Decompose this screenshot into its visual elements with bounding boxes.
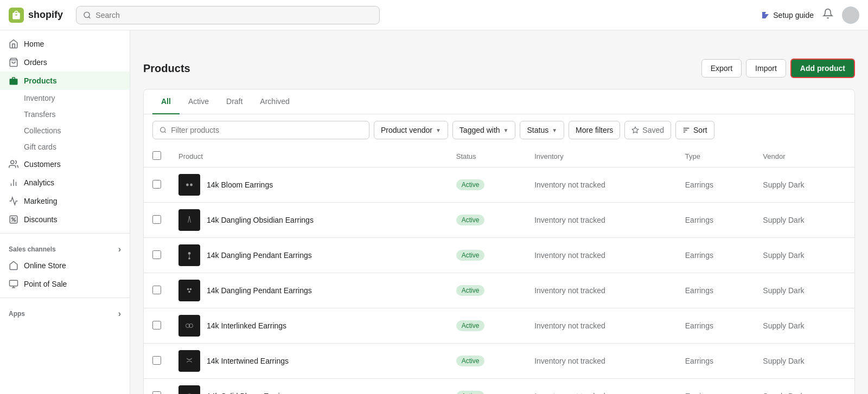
- row-type-cell: Earrings: [676, 344, 755, 379]
- table-row[interactable]: 14k Dangling Pendant Earrings Active Inv…: [144, 273, 854, 308]
- search-bar[interactable]: [76, 6, 380, 24]
- product-thumbnail: [178, 350, 200, 372]
- row-vendor-cell: Supply Dark: [754, 167, 854, 203]
- sidebar-item-point-of-sale[interactable]: Point of Sale: [0, 275, 130, 293]
- svg-line-8: [11, 217, 16, 222]
- sidebar-item-inventory[interactable]: Inventory: [24, 90, 130, 106]
- row-status-cell: Active: [448, 238, 526, 273]
- more-filters-button[interactable]: More filters: [569, 121, 620, 139]
- product-vendor-filter[interactable]: Product vendor ▼: [374, 121, 448, 139]
- tab-active[interactable]: Active: [180, 89, 218, 114]
- saved-button[interactable]: Saved: [624, 121, 671, 139]
- row-product-cell: 14k Interlinked Earrings: [170, 308, 448, 344]
- row-product-cell: 14k Dangling Pendant Earrings: [170, 238, 448, 273]
- sidebar-item-marketing[interactable]: Marketing: [0, 192, 130, 210]
- sidebar-item-orders[interactable]: Orders: [0, 53, 130, 72]
- row-checkbox[interactable]: [152, 180, 161, 189]
- tab-archived[interactable]: Archived: [251, 89, 298, 114]
- row-checkbox-cell: [144, 273, 170, 308]
- discounts-icon: [9, 215, 18, 224]
- products-table: Product Status Inventory Type Vendor: [144, 146, 854, 394]
- logo[interactable]: shopify: [9, 8, 63, 23]
- row-checkbox[interactable]: [152, 250, 161, 259]
- setup-guide-button[interactable]: Setup guide: [761, 11, 814, 20]
- filter-search-input[interactable]: [171, 126, 362, 134]
- row-checkbox[interactable]: [152, 286, 161, 294]
- row-status-cell: Active: [448, 344, 526, 379]
- product-thumb-svg: [183, 178, 196, 191]
- product-thumb-svg: [183, 319, 196, 332]
- tab-all[interactable]: All: [152, 89, 180, 114]
- row-checkbox[interactable]: [152, 391, 161, 395]
- svg-point-13: [161, 127, 165, 132]
- topbar-right: Setup guide: [761, 7, 859, 24]
- sidebar-item-customers[interactable]: Customers: [0, 155, 130, 173]
- svg-point-27: [188, 291, 190, 293]
- table-row[interactable]: 14k Intertwined Earrings Active Inventor…: [144, 344, 854, 379]
- header-product: Product: [170, 146, 448, 167]
- sidebar-item-gift-cards[interactable]: Gift cards: [24, 139, 130, 155]
- notifications-button[interactable]: [822, 8, 833, 22]
- sidebar-item-products[interactable]: Products: [0, 72, 130, 90]
- tagged-with-label: Tagged with: [459, 126, 500, 134]
- product-thumbnail: [178, 280, 200, 301]
- svg-point-25: [187, 288, 189, 290]
- sort-button[interactable]: Sort: [675, 121, 714, 139]
- products-icon: [9, 76, 18, 86]
- tagged-with-filter[interactable]: Tagged with ▼: [452, 121, 516, 139]
- product-name: 14k Bloom Earrings: [207, 180, 273, 189]
- product-vendor-caret: ▼: [436, 127, 441, 133]
- apps-chevron-icon: ›: [118, 309, 121, 319]
- sidebar-item-collections[interactable]: Collections: [24, 122, 130, 139]
- bell-icon-svg: [822, 8, 833, 19]
- sidebar-item-transfers[interactable]: Transfers: [24, 106, 130, 122]
- table-row[interactable]: 14k Dangling Pendant Earrings Active Inv…: [144, 238, 854, 273]
- select-all-checkbox[interactable]: [152, 151, 161, 160]
- sales-channels-section: Sales channels ›: [0, 238, 130, 256]
- search-input[interactable]: [95, 11, 373, 20]
- sidebar-divider-2: [0, 298, 130, 298]
- sidebar-item-analytics[interactable]: Analytics: [0, 173, 130, 192]
- sidebar-item-discounts[interactable]: Discounts: [0, 210, 130, 229]
- table-row[interactable]: 14k Interlinked Earrings Active Inventor…: [144, 308, 854, 344]
- filter-search[interactable]: [152, 121, 369, 139]
- import-button[interactable]: Import: [746, 59, 786, 77]
- product-cell: 14k Solid Bloom Earrings: [178, 385, 439, 394]
- orders-icon: [9, 57, 18, 67]
- svg-point-2: [11, 160, 14, 164]
- svg-line-21: [189, 216, 190, 223]
- inventory-text: Inventory not tracked: [534, 216, 605, 224]
- sidebar-label-analytics: Analytics: [24, 178, 54, 187]
- sidebar-label-home: Home: [24, 40, 44, 48]
- type-text: Earrings: [685, 216, 713, 224]
- flag-icon: [761, 12, 770, 18]
- avatar[interactable]: [842, 7, 859, 24]
- sidebar-label-online-store: Online Store: [24, 261, 66, 270]
- filters-bar: Product vendor ▼ Tagged with ▼ Status ▼ …: [144, 114, 854, 146]
- product-name: 14k Interlinked Earrings: [207, 321, 286, 330]
- row-checkbox[interactable]: [152, 321, 161, 330]
- table-row[interactable]: 14k Dangling Obsidian Earrings Active In…: [144, 203, 854, 238]
- table-row[interactable]: 14k Solid Bloom Earrings Active Inventor…: [144, 379, 854, 395]
- inventory-text: Inventory not tracked: [534, 392, 605, 394]
- export-button[interactable]: Export: [701, 59, 742, 77]
- row-checkbox-cell: [144, 308, 170, 344]
- product-thumbnail: [178, 315, 200, 337]
- row-checkbox[interactable]: [152, 215, 161, 224]
- product-thumbnail: [178, 174, 200, 196]
- row-inventory-cell: Inventory not tracked: [526, 167, 676, 203]
- sidebar-item-home[interactable]: Home: [0, 35, 130, 53]
- status-filter[interactable]: Status ▼: [520, 121, 564, 139]
- vendor-text: Supply Dark: [763, 216, 804, 224]
- inventory-text: Inventory not tracked: [534, 357, 605, 365]
- row-vendor-cell: Supply Dark: [754, 344, 854, 379]
- chevron-right-icon: ›: [118, 244, 121, 254]
- product-name: 14k Dangling Pendant Earrings: [207, 251, 312, 260]
- add-product-button[interactable]: Add product: [790, 59, 855, 78]
- tab-draft[interactable]: Draft: [218, 89, 251, 114]
- layout: Home Orders Products Inventory Transfers…: [0, 46, 868, 394]
- row-checkbox[interactable]: [152, 356, 161, 365]
- svg-point-7: [14, 220, 16, 222]
- table-row[interactable]: 14k Bloom Earrings Active Inventory not …: [144, 167, 854, 203]
- sidebar-item-online-store[interactable]: Online Store: [0, 256, 130, 275]
